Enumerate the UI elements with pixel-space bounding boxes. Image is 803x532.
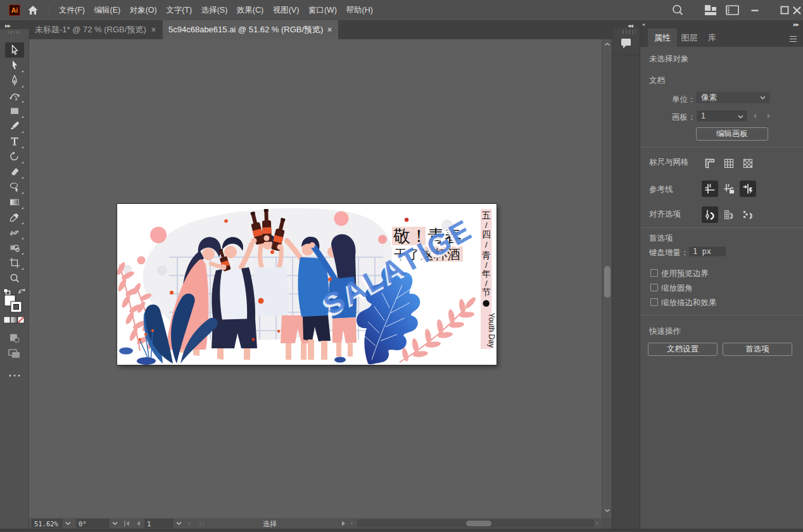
tool-shape-builder[interactable] bbox=[5, 179, 24, 194]
tool-pen[interactable] bbox=[5, 73, 24, 88]
unit-dropdown[interactable]: 像素 bbox=[696, 92, 770, 103]
show-rulers-button[interactable] bbox=[702, 155, 718, 172]
canvas-pasteboard[interactable]: 敬！青春 干了这杯酒 SALATIGE SALATIGE 五 / 四 / bbox=[29, 39, 602, 518]
search-button[interactable] bbox=[671, 0, 684, 20]
toolbar-grip[interactable] bbox=[8, 31, 21, 34]
minimize-button[interactable] bbox=[750, 0, 759, 20]
tool-paintbrush[interactable] bbox=[5, 118, 24, 134]
tab-document-active[interactable]: 5c94c68abe615.ai @ 51.62 % (RGB/预览) × bbox=[163, 20, 338, 39]
tool-eraser[interactable] bbox=[5, 164, 24, 179]
zoom-level-field[interactable]: 51.62% bbox=[32, 519, 63, 528]
artboard-number-value: 1 bbox=[147, 520, 151, 528]
menu-edit[interactable]: 编辑(E) bbox=[94, 5, 120, 16]
canvas-vertical-scrollbar[interactable] bbox=[602, 39, 612, 518]
svg-text:/: / bbox=[485, 220, 488, 230]
tool-eyedropper[interactable] bbox=[5, 210, 24, 225]
tool-symbol[interactable] bbox=[5, 240, 24, 255]
screen-mode-button[interactable] bbox=[5, 346, 24, 361]
rotation-field[interactable]: 0° bbox=[76, 519, 110, 528]
workspace-switcher-icon[interactable] bbox=[704, 0, 717, 20]
tool-shaper[interactable] bbox=[5, 225, 24, 240]
hscroll-right-arrow[interactable]: › bbox=[596, 520, 598, 526]
tab-untitled-close[interactable]: × bbox=[151, 25, 156, 34]
tool-zoom[interactable] bbox=[5, 270, 24, 286]
vertical-scroll-thumb[interactable] bbox=[604, 266, 610, 298]
smart-guides-button[interactable] bbox=[740, 180, 756, 197]
show-grid-button[interactable] bbox=[721, 155, 737, 172]
home-icon[interactable] bbox=[27, 4, 39, 16]
scroll-down-arrow[interactable] bbox=[602, 507, 612, 517]
next-artboard-icon[interactable] bbox=[766, 113, 772, 119]
preview-bounds-checkbox[interactable] bbox=[650, 269, 658, 277]
preferences-button[interactable]: 首选项 bbox=[723, 343, 792, 356]
tool-rotate[interactable] bbox=[5, 149, 24, 164]
menu-help[interactable]: 帮助(H) bbox=[346, 5, 373, 16]
canvas-horizontal-scrollbar[interactable] bbox=[357, 519, 594, 528]
close-button[interactable] bbox=[792, 0, 802, 20]
comment-panel-icon[interactable] bbox=[620, 37, 633, 52]
snap-to-grid-button[interactable] bbox=[721, 206, 737, 223]
panel-menu-icon[interactable] bbox=[789, 34, 797, 45]
lock-guides-button[interactable] bbox=[721, 180, 737, 197]
menu-type[interactable]: 文字(T) bbox=[166, 5, 192, 16]
illustrator-window: Ai 文件(F) 编辑(E) 对象(O) 文字(T) 选择(S) 效果(C) 视… bbox=[0, 0, 803, 532]
menu-view[interactable]: 视图(V) bbox=[273, 5, 300, 16]
menu-object[interactable]: 对象(O) bbox=[130, 5, 157, 16]
menu-effect[interactable]: 效果(C) bbox=[237, 5, 263, 16]
arrange-documents-icon[interactable] bbox=[726, 0, 739, 20]
dock-grip[interactable] bbox=[623, 30, 636, 34]
tab-document-close[interactable]: × bbox=[327, 25, 332, 34]
default-fill-stroke-icon[interactable] bbox=[4, 289, 10, 295]
prev-artboard-icon[interactable] bbox=[136, 521, 141, 526]
tool-type[interactable] bbox=[5, 134, 24, 149]
tab-libraries[interactable]: 库 bbox=[695, 28, 730, 47]
horizontal-scroll-thumb[interactable] bbox=[466, 521, 491, 526]
tool-rectangle[interactable] bbox=[5, 103, 24, 118]
artboard[interactable]: 敬！青春 干了这杯酒 SALATIGE SALATIGE 五 / 四 / bbox=[117, 204, 496, 365]
artboard-number-field[interactable]: 1 bbox=[144, 519, 174, 528]
rotation-chevron-icon[interactable] bbox=[112, 521, 118, 526]
scroll-up-arrow[interactable] bbox=[602, 41, 612, 51]
hscroll-left-arrow[interactable]: ‹ bbox=[351, 520, 353, 526]
scale-corners-checkbox[interactable] bbox=[650, 284, 658, 291]
artboard-dropdown[interactable]: 1 bbox=[696, 110, 748, 122]
next-artboard-icon[interactable] bbox=[187, 521, 193, 526]
illustrator-logo[interactable]: Ai bbox=[9, 4, 20, 16]
menu-window[interactable]: 窗口(W) bbox=[308, 5, 337, 16]
scale-strokes-checkbox[interactable] bbox=[650, 298, 658, 306]
drawing-modes-button[interactable] bbox=[5, 331, 24, 346]
tool-direct-selection[interactable] bbox=[5, 58, 24, 73]
menubar-separator bbox=[49, 5, 49, 15]
menu-select[interactable]: 选择(S) bbox=[201, 5, 228, 16]
zoom-chevron-icon[interactable] bbox=[65, 521, 71, 526]
panel-prev-icon[interactable]: ◂ bbox=[642, 22, 645, 27]
prev-artboard-icon[interactable] bbox=[752, 113, 758, 119]
maximize-button[interactable] bbox=[780, 0, 790, 20]
show-guides-button[interactable] bbox=[702, 180, 718, 197]
edit-artboards-button[interactable]: 编辑画板 bbox=[696, 127, 768, 141]
first-artboard-icon[interactable] bbox=[123, 521, 130, 526]
stroke-swatch[interactable] bbox=[11, 301, 22, 312]
expand-panels-icon[interactable]: ◀◀ bbox=[628, 23, 633, 28]
tool-gradient[interactable] bbox=[5, 194, 24, 210]
snap-to-pixel-button[interactable] bbox=[740, 206, 756, 223]
keyboard-increment-input[interactable]: 1 px bbox=[688, 246, 726, 257]
tab-untitled[interactable]: 未标题-1* @ 72 % (RGB/预览) × bbox=[29, 20, 163, 39]
edit-toolbar-button[interactable] bbox=[5, 368, 24, 383]
show-transparency-grid-button[interactable] bbox=[740, 155, 756, 172]
collapse-panels-icon[interactable]: ▶▶ bbox=[794, 22, 799, 27]
artboard-chevron-icon[interactable] bbox=[176, 521, 182, 526]
swap-fill-stroke-icon[interactable] bbox=[18, 289, 25, 294]
color-mode-swatches[interactable] bbox=[4, 317, 24, 323]
document-setup-button[interactable]: 文档设置 bbox=[648, 343, 718, 356]
snap-to-point-button[interactable] bbox=[702, 206, 718, 223]
tool-curvature[interactable] bbox=[5, 88, 24, 103]
chevron-down-icon[interactable] bbox=[738, 115, 743, 119]
last-artboard-icon[interactable] bbox=[199, 521, 205, 526]
toolbar-collapse-icon[interactable]: ▶▶ bbox=[5, 23, 10, 28]
menu-file[interactable]: 文件(F) bbox=[59, 5, 85, 16]
status-expand-icon[interactable] bbox=[341, 521, 346, 526]
tool-artboard[interactable] bbox=[5, 255, 24, 270]
status-indicator[interactable]: 选择 bbox=[232, 519, 308, 529]
tool-selection[interactable] bbox=[5, 42, 24, 58]
